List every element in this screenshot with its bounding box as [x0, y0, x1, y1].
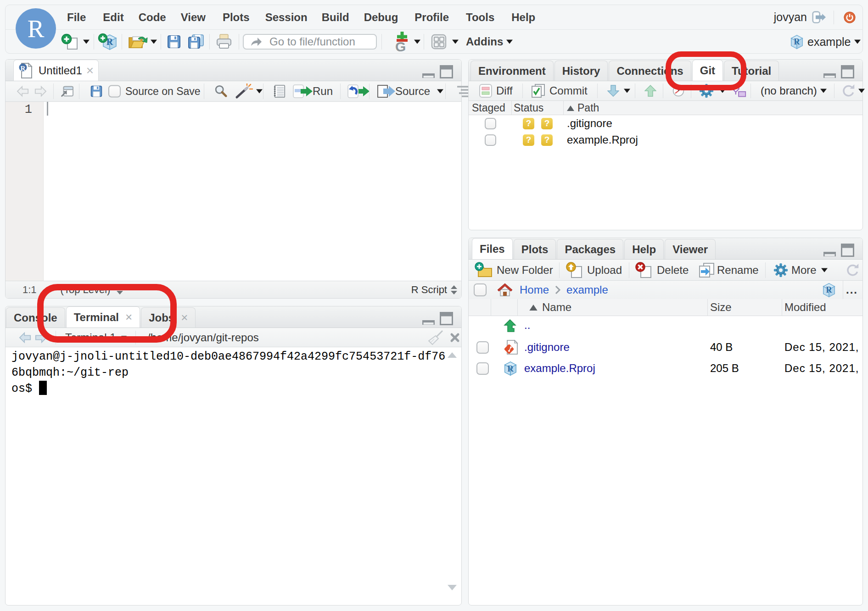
- svg-text:R: R: [826, 285, 833, 294]
- svg-text:G: G: [395, 39, 406, 52]
- svg-text:R: R: [21, 64, 26, 72]
- svg-text:R: R: [794, 37, 801, 46]
- svg-text:R: R: [507, 364, 514, 373]
